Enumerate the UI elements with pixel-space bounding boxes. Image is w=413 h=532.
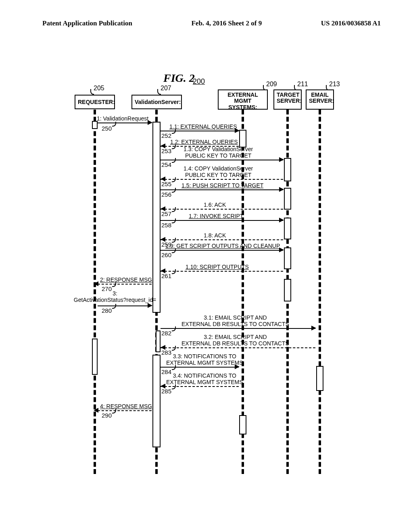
msg-3-3-label: 3.3: NOTIFICATIONS TO EXTERNAL MGMT SYST… [166,353,243,366]
msg-4-arrow [98,410,152,411]
ref-255: 255 [161,181,171,187]
ref-250: 250 [102,125,112,132]
act-validation-1 [152,122,161,313]
msg-3-1-label: 3.1: EMAIL SCRIPT AND EXTERNAL DB RESULT… [181,314,289,327]
ref-285: 285 [161,388,171,395]
act-ts-4 [284,247,291,269]
msg-1-4-arrow [161,179,283,180]
ref-252: 252 [161,132,171,139]
header-mid: Feb. 4, 2016 Sheet 2 of 9 [191,19,262,27]
msg-1-10-label: 1.10: SCRIPT OUTPUTS [186,264,249,270]
msg-1-arrow [98,123,152,123]
header-right: US 2016/0036858 A1 [321,19,381,27]
ref-257: 257 [161,210,171,217]
msg-1-9-label: 1.9: GET SCRIPT OUTPUTS AND CLEANUP [165,243,280,249]
act-requester-2 [92,339,98,375]
participant-requester: REQUESTER: [75,95,115,109]
ref-282: 282 [161,330,171,337]
page-header: Patent Application Publication Feb. 4, 2… [0,19,413,27]
msg-1-4-label: 1.4: COPY ValidationServer PUBLIC KEY TO… [184,165,253,178]
msg-3-2-label: 3.2: EMAIL SCRIPT AND EXTERNAL DB RESULT… [181,334,289,347]
msg-1-5-arrow [161,189,283,190]
participant-email-server: EMAIL SERVER: [306,89,334,110]
msg-1-6-arrow [161,209,283,210]
figure-label: FIG. 2 [163,72,195,85]
ref-280: 280 [102,307,112,314]
msg-3-1-arrow [161,328,315,329]
msg-1-5-label: 1.5: PUSH SCRIPT TO TARGET [181,182,263,189]
msg-3-label: 3: GetActivationStatus?request_id= [71,290,159,303]
callout-213: 213 [329,81,340,88]
act-ems-1 [239,130,246,148]
ref-256: 256 [161,191,171,198]
ref-260: 260 [161,251,171,258]
ref-254: 254 [161,161,171,168]
msg-1-8-arrow [161,239,283,240]
ref-261: 261 [161,272,171,279]
msg-1-1-label: 1.1: EXTERNAL QUERIES [169,123,237,130]
callout-205: 205 [94,85,104,92]
participant-external-mgmt: EXTERNAL MGMT SYSTEMS: [218,89,268,110]
msg-1-7-label: 1.7: INVOKE SCRIPT [189,213,243,219]
msg-3-4-label: 3.4: NOTIFICATIONS TO EXTERNAL MGMT SYST… [166,372,243,385]
msg-1-8-label: 1.8: ACK [204,232,226,239]
callout-211: 211 [297,81,308,88]
page: Patent Application Publication Feb. 4, 2… [0,0,413,532]
act-ts-5 [284,279,291,301]
msg-1-7-arrow [161,220,283,221]
msg-3-arrow [98,305,152,306]
ref-253: 253 [161,148,171,154]
msg-1-6-label: 1.6: ACK [204,202,226,208]
msg-1-10-arrow [161,271,283,272]
lifeline-email [319,110,321,474]
callout-209: 209 [266,81,277,88]
msg-1-3-label: 1.3: COPY ValidationServer PUBLIC KEY TO… [184,146,253,159]
msg-1-9-arrow [161,250,283,251]
msg-1-2-label: 1.2: EXTERNAL QUERIES [170,139,238,145]
act-validation-inner [156,330,161,352]
act-em-1 [316,366,323,391]
act-ts-2 [284,188,291,210]
act-ts-1 [284,158,291,181]
figure-number: 200 [193,77,205,86]
act-ts-3 [284,218,291,239]
header-left: Patent Application Publication [42,19,132,27]
ref-290: 290 [102,412,112,419]
participant-target-server: TARGET SERVER: [273,89,302,110]
msg-4-label: 4: RESPONSE MSG [100,403,152,409]
act-validation-2 [152,355,161,447]
msg-1-label: 1: ValidationRequest [97,115,148,122]
participant-validation-server: ValidationServer: [131,95,182,109]
msg-2-arrow [98,284,152,285]
msg-1-3-arrow [161,160,283,160]
msg-2-label: 2: RESPONSE MSG [100,276,152,283]
act-ems-2 [239,415,246,434]
callout-207: 207 [161,85,171,92]
msg-3-2-arrow [161,347,315,348]
ref-258: 258 [161,222,171,229]
act-requester-1 [92,121,98,129]
